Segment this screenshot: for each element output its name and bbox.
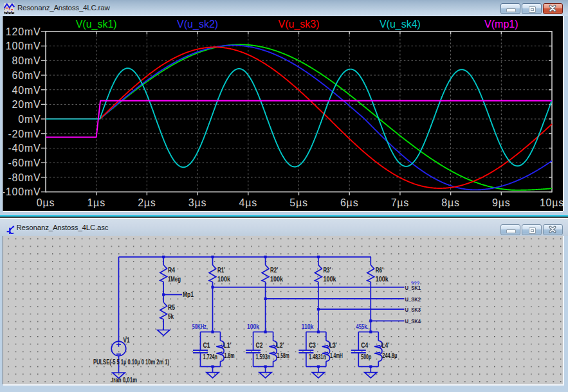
svg-text:100k: 100k (323, 276, 336, 283)
svg-text:L3′: L3′ (329, 342, 338, 349)
svg-text:C1: C1 (203, 342, 210, 349)
svg-text:C4: C4 (361, 342, 368, 349)
svg-text:1.8m: 1.8m (224, 352, 235, 359)
svg-text:-60mV: -60mV (8, 157, 41, 168)
svg-text:80mV: 80mV (12, 55, 41, 66)
svg-text:U_SK2: U_SK2 (405, 296, 421, 303)
svg-text:R4: R4 (168, 267, 175, 274)
svg-text:110k: 110k (302, 323, 314, 330)
svg-text:Mp1: Mp1 (183, 291, 194, 298)
svg-text:5µs: 5µs (289, 197, 308, 208)
svg-text:60mV: 60mV (12, 70, 41, 81)
svg-text:1.724n: 1.724n (203, 353, 218, 361)
svg-text:-20mV: -20mV (8, 129, 41, 139)
svg-text:1.4mH: 1.4mH (330, 352, 343, 359)
svg-text:.tran 0,01m: .tran 0,01m (111, 377, 138, 384)
svg-text:1µs: 1µs (87, 197, 105, 208)
svg-text:L4′: L4′ (381, 342, 390, 349)
svg-text:???: ??? (411, 280, 420, 287)
svg-text:1.4831n: 1.4831n (309, 353, 326, 361)
svg-text:8µs: 8µs (441, 197, 460, 208)
svg-text:0µs: 0µs (37, 197, 55, 208)
svg-text:R2′: R2′ (270, 267, 278, 274)
svg-text:R3′: R3′ (323, 267, 331, 274)
svg-text:100k: 100k (217, 276, 230, 283)
svg-text:120mV: 120mV (6, 26, 41, 37)
svg-text:R6′: R6′ (376, 267, 383, 274)
svg-text:V1: V1 (124, 337, 130, 344)
svg-text:100k: 100k (270, 276, 283, 283)
svg-text:-80mV: -80mV (8, 172, 41, 183)
svg-text:50KHz.: 50KHz. (192, 323, 208, 330)
svg-text:-40mV: -40mV (8, 143, 41, 154)
svg-text:V(mp1): V(mp1) (484, 19, 518, 30)
svg-text:1.58m: 1.58m (277, 352, 289, 359)
svg-text:V(u_sk3): V(u_sk3) (278, 19, 319, 30)
svg-text:C2: C2 (256, 342, 263, 349)
svg-text:6µs: 6µs (340, 197, 359, 208)
svg-text:244.8µ: 244.8µ (382, 352, 397, 359)
svg-text:V(u_sk4): V(u_sk4) (380, 19, 421, 30)
svg-text:1Meg: 1Meg (168, 276, 181, 283)
svg-text:V(u_sk1): V(u_sk1) (76, 19, 117, 30)
svg-text:455k.: 455k. (356, 323, 369, 330)
svg-text:2µs: 2µs (138, 197, 156, 208)
svg-text:4µs: 4µs (239, 197, 258, 208)
svg-text:-100mV: -100mV (3, 186, 41, 197)
svg-text:0mV: 0mV (18, 114, 41, 125)
svg-text:PULSE(-5 5 1µ 0.10µ 0 10m 2m 1: PULSE(-5 5 1µ 0.10µ 0 10m 2m 1) (93, 359, 169, 366)
svg-text:5k: 5k (168, 313, 174, 320)
svg-text:C3: C3 (309, 342, 316, 349)
svg-text:U_SK3: U_SK3 (405, 306, 421, 313)
svg-text:100mV: 100mV (6, 40, 41, 51)
svg-text:V(u_sk2): V(u_sk2) (177, 19, 218, 30)
svg-text:1.593n: 1.593n (256, 353, 271, 361)
svg-text:100k: 100k (376, 276, 389, 283)
svg-text:3µs: 3µs (188, 197, 207, 208)
svg-text:9µs: 9µs (492, 197, 511, 208)
svg-text:100k: 100k (247, 323, 259, 330)
svg-text:10µs: 10µs (540, 197, 563, 208)
svg-text:R1′: R1′ (217, 267, 225, 274)
svg-text:500p: 500p (361, 353, 371, 361)
svg-text:L1′: L1′ (224, 342, 232, 349)
svg-text:R5: R5 (168, 304, 175, 311)
svg-text:L2′: L2′ (277, 342, 285, 349)
svg-text:40mV: 40mV (12, 85, 41, 96)
svg-text:20mV: 20mV (12, 99, 41, 110)
svg-text:7µs: 7µs (391, 197, 410, 208)
svg-text:U_SK4: U_SK4 (405, 317, 421, 325)
